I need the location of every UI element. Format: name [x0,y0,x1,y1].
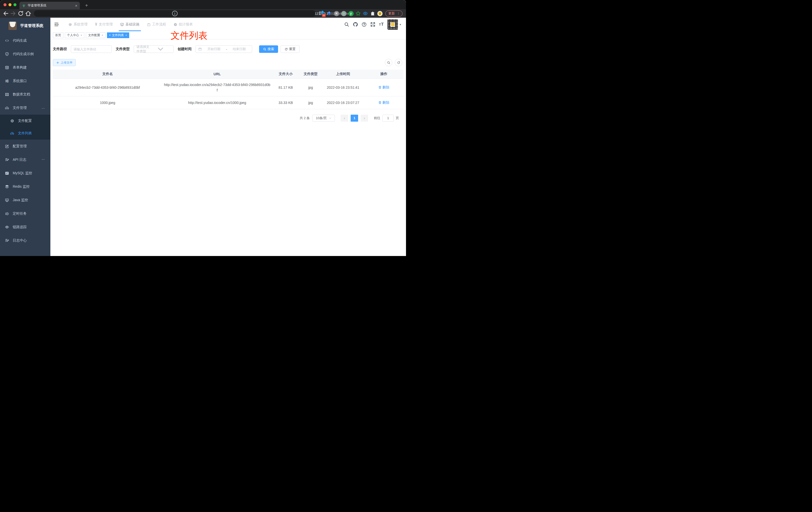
sidebar-item-form-builder[interactable]: 表单构建 [0,61,50,74]
reload-icon[interactable] [18,10,24,17]
extension-command-icon[interactable]: ⌘ [334,11,339,16]
collapse-sidebar-icon[interactable] [52,20,61,29]
home-icon[interactable] [25,10,31,17]
path-label: 文件路径 [53,47,67,51]
close-icon[interactable]: × [125,34,127,37]
chrome-update-button[interactable]: 更新⋮ [385,10,403,17]
help-icon[interactable] [361,22,367,27]
extension-eye-icon[interactable] [362,11,368,16]
next-page-button[interactable]: › [360,115,368,122]
sliders-icon [5,79,9,83]
sidebar: 芋道管理系统 代码生成 代码生成示例 表单构建 系统接口 [0,18,50,256]
active-dot-icon: ● [109,34,111,36]
font-size-icon[interactable]: TT [379,22,384,27]
type-select[interactable]: 请选择文件类型 [134,46,174,53]
sidebar-item-label: 数据库文档 [13,92,30,97]
sidebar-submenu-file: 文件配置 文件列表 [0,115,50,140]
sidebar-item-redis-monitor[interactable]: Redis 监控 [0,180,50,193]
extension-badge: 11 [322,14,326,17]
sidebar-item-tracing[interactable]: 链路追踪 [0,220,50,234]
close-icon[interactable]: × [102,34,103,37]
delete-label: 删除 [382,100,389,105]
zoom-window-button[interactable] [13,3,17,6]
plus-icon [56,61,59,64]
chrome-menu-icon[interactable]: ⋮ [397,11,400,15]
address-bar[interactable]: 127.0.0.1:1024/infra/file/file [34,10,316,17]
topnav-workflow[interactable]: 工作流程 [147,18,166,31]
extension-record-icon[interactable] [341,11,346,16]
extension-gem-icon[interactable] [326,11,332,16]
file-table: 文件名 URL 文件大小 文件类型 上传时间 操作 a294ecb2-73dd-… [53,69,404,109]
tag-profile[interactable]: 个人中心 × [65,32,84,38]
sidebar-item-log-center[interactable]: 日志中心 [0,234,50,247]
extension-star-icon[interactable] [355,11,361,16]
range-separator: - [226,48,227,51]
search-button[interactable]: 搜索 [259,46,278,53]
page-size-select[interactable]: 10条/页 [312,115,335,122]
goto-page-input[interactable] [382,115,394,122]
tag-file-config[interactable]: 文件配置 × [86,32,105,38]
topnav-reports[interactable]: 统计报表 [174,18,193,31]
sidebar-item-system-api[interactable]: 系统接口 [0,74,50,88]
browser-tab[interactable]: 芋道管理系统 × [20,2,80,9]
topnav-system[interactable]: 系统管理 [68,18,88,31]
calendar-icon [198,48,202,51]
delete-button[interactable]: 删除 [378,85,389,90]
date-range-picker[interactable]: 开始日期 - 结束日期 [196,46,252,53]
extension-emoji-icon[interactable] [377,11,382,16]
sidebar-item-code-generation[interactable]: 代码生成 [0,34,50,48]
table-search-toggle-button[interactable] [385,59,392,66]
table-refresh-button[interactable] [395,59,402,66]
extension-y-icon[interactable]: y [348,11,354,16]
sidebar-item-file-list[interactable]: 文件列表 [0,127,50,140]
sidebar-item-api-log[interactable]: API 日志 ﹀ [0,153,50,167]
prev-page-button[interactable]: ‹ [341,115,348,122]
update-label: 更新 [388,11,395,16]
sidebar-item-scheduled-tasks[interactable]: 定时任务 [0,207,50,220]
sidebar-logo[interactable]: 芋道管理系统 [0,18,50,33]
search-button-label: 搜索 [268,47,274,51]
back-icon[interactable] [2,10,9,17]
tag-home[interactable]: 首页 [53,32,63,38]
layers-icon [5,185,9,189]
sidebar-item-file-management[interactable]: 文件管理 ︿ [0,101,50,115]
sidebar-item-file-config[interactable]: 文件配置 [0,115,50,127]
sidebar-item-label: 日志中心 [13,238,27,243]
search-icon[interactable] [344,22,349,27]
close-window-button[interactable] [3,3,6,6]
close-icon[interactable]: × [81,34,82,37]
fullscreen-icon[interactable] [370,22,375,27]
extension-puzzle-icon[interactable] [370,11,375,16]
chevron-down-icon: ﹀ [41,158,46,162]
cell-file-url: http://test.yudao.iocoder.cn/a294ecb2-73… [162,79,272,96]
tag-file-list[interactable]: ● 文件列表 × [107,32,129,38]
sidebar-item-label: 文件配置 [18,119,32,123]
main-area: 文件列表 系统管理 ¥ 支付管理 基础设施 [50,18,406,256]
minimize-window-button[interactable] [8,3,11,6]
database-table-icon [5,92,9,96]
site-info-icon[interactable] [37,10,313,17]
sidebar-item-config-management[interactable]: 配置管理 [0,140,50,153]
upload-file-button[interactable]: 上传文件 [53,59,76,66]
delete-button[interactable]: 删除 [378,100,389,105]
path-input[interactable] [74,48,109,51]
github-icon[interactable] [353,22,358,27]
topnav-infrastructure[interactable]: 基础设施 [120,18,139,31]
extension-diamond-icon[interactable]: 11 [319,11,325,16]
caret-down-icon[interactable]: ▾ [400,23,401,26]
avatar[interactable] [387,19,398,30]
tab-close-icon[interactable]: × [75,4,77,7]
new-tab-button[interactable]: + [83,2,90,9]
reset-button[interactable]: 重置 [281,46,299,53]
sidebar-item-java-monitor[interactable]: Java 监控 [0,193,50,207]
sidebar-item-mysql-monitor[interactable]: MySQL 监控 [0,167,50,180]
code-icon [5,39,9,42]
sidebar-item-label: 代码生成 [13,38,27,43]
table-row: a294ecb2-73dd-4353-bf40-296b8931d0bf htt… [53,79,404,96]
sidebar-item-db-doc[interactable]: 数据库文档 [0,88,50,101]
topnav-payment[interactable]: ¥ 支付管理 [95,18,113,31]
page-unit-label: 页 [396,116,399,120]
current-page-button[interactable]: 1 [351,115,358,122]
forward-icon[interactable] [10,10,17,17]
sidebar-item-code-example[interactable]: 代码生成示例 [0,48,50,61]
